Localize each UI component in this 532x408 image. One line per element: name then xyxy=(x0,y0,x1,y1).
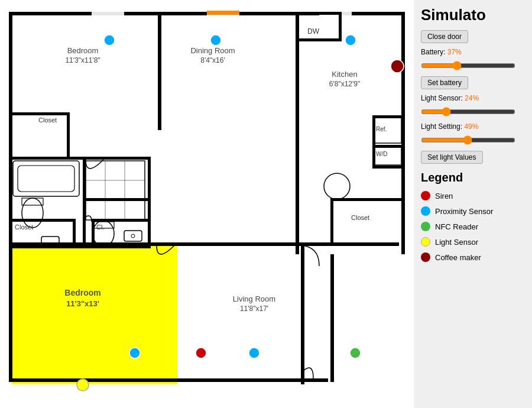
svg-rect-23 xyxy=(92,12,124,15)
svg-text:Living Room: Living Room xyxy=(233,294,275,303)
light-setting-slider-container xyxy=(421,134,525,145)
battery-slider[interactable] xyxy=(421,63,515,68)
svg-text:Closet: Closet xyxy=(15,224,33,231)
svg-text:Kitchen: Kitchen xyxy=(332,70,357,79)
svg-rect-41 xyxy=(330,198,333,245)
svg-rect-2 xyxy=(9,378,328,382)
legend-dot-coffee xyxy=(421,252,430,262)
sensor-proximity-1 xyxy=(104,35,115,46)
svg-rect-34 xyxy=(372,166,405,169)
legend-dot-siren xyxy=(421,191,430,200)
svg-text:11'8"x17': 11'8"x17' xyxy=(240,305,268,313)
svg-rect-22 xyxy=(330,254,334,382)
svg-rect-9 xyxy=(9,112,68,115)
legend-siren: Siren xyxy=(421,191,525,200)
legend-dot-light xyxy=(421,237,430,247)
svg-rect-11 xyxy=(9,157,12,245)
svg-text:Closet: Closet xyxy=(38,116,57,124)
svg-text:11'3"x13': 11'3"x13' xyxy=(66,299,99,308)
sensor-siren xyxy=(196,348,206,358)
floor-plan: Bedroom 11'3"x11'8" Dining Room 8'4"x16'… xyxy=(0,0,414,408)
legend-nfc: NFC Reader xyxy=(421,222,525,231)
sidebar: Simulato Close door Battery: 37% Set bat… xyxy=(414,0,532,408)
svg-text:DW: DW xyxy=(307,27,320,35)
svg-text:8'4"x16': 8'4"x16' xyxy=(200,56,225,64)
svg-rect-0 xyxy=(12,245,177,384)
svg-text:11'3"x11'8": 11'3"x11'8" xyxy=(65,56,100,64)
svg-rect-4 xyxy=(401,12,405,254)
legend-dot-nfc xyxy=(421,222,430,231)
svg-text:Ref.: Ref. xyxy=(376,126,387,132)
svg-rect-17 xyxy=(83,198,151,201)
legend-label-coffee: Coffee maker xyxy=(435,253,481,262)
svg-rect-39 xyxy=(296,242,393,246)
svg-rect-12 xyxy=(9,157,151,160)
svg-text:Bedroom: Bedroom xyxy=(64,288,100,297)
svg-rect-42 xyxy=(13,161,79,196)
svg-rect-43 xyxy=(18,166,74,192)
svg-rect-29 xyxy=(339,12,342,41)
battery-label: Battery: 37% xyxy=(421,48,525,56)
light-sensor-slider[interactable] xyxy=(421,109,515,114)
light-sensor-label: Light Sensor: 24% xyxy=(421,94,525,102)
sensor-proximity-2 xyxy=(210,35,221,46)
sensor-proximity-4 xyxy=(129,348,140,358)
battery-slider-container xyxy=(421,60,525,70)
svg-rect-10 xyxy=(67,112,70,157)
legend-proximity: Proximity Sensor xyxy=(421,206,525,216)
svg-rect-25 xyxy=(207,11,239,15)
legend-light: Light Sensor xyxy=(421,237,525,247)
svg-rect-13 xyxy=(9,245,151,248)
legend-label-light: Light Sensor xyxy=(435,238,478,247)
svg-text:6'8"x12'9": 6'8"x12'9" xyxy=(329,80,360,88)
app-title: Simulato xyxy=(421,6,525,24)
legend-label-nfc: NFC Reader xyxy=(435,222,478,231)
sensor-coffee xyxy=(391,60,404,73)
legend-label-proximity: Proximity Sensor xyxy=(435,207,493,216)
sensor-nfc xyxy=(350,348,361,358)
sensor-proximity-3 xyxy=(345,35,356,46)
set-battery-button[interactable]: Set battery xyxy=(421,76,468,89)
svg-text:Bedroom: Bedroom xyxy=(67,46,99,55)
svg-rect-7 xyxy=(158,12,161,130)
set-light-button[interactable]: Set light Values xyxy=(421,151,483,164)
svg-rect-30 xyxy=(296,38,342,41)
sensor-proximity-5 xyxy=(249,348,259,358)
legend-title: Legend xyxy=(421,171,525,184)
svg-point-56 xyxy=(324,173,350,199)
svg-text:Dining Room: Dining Room xyxy=(190,46,235,55)
close-door-button[interactable]: Close door xyxy=(421,30,468,43)
svg-rect-28 xyxy=(296,12,340,15)
legend-dot-proximity xyxy=(421,206,430,216)
svg-rect-19 xyxy=(73,219,76,246)
legend-label-siren: Siren xyxy=(435,192,453,200)
svg-rect-27 xyxy=(301,245,304,384)
svg-point-55 xyxy=(131,234,135,238)
svg-rect-54 xyxy=(124,231,142,241)
svg-rect-47 xyxy=(86,161,145,220)
svg-text:Cl.: Cl. xyxy=(96,224,104,231)
svg-text:Closet: Closet xyxy=(351,214,369,221)
light-setting-slider[interactable] xyxy=(421,138,515,143)
svg-rect-38 xyxy=(296,177,299,245)
svg-text:W/D: W/D xyxy=(376,151,387,157)
light-sensor-slider-container xyxy=(421,106,525,116)
sensor-light xyxy=(77,379,89,391)
legend-coffee: Coffee maker xyxy=(421,252,525,262)
light-setting-label: Light Setting: 49% xyxy=(421,122,525,131)
